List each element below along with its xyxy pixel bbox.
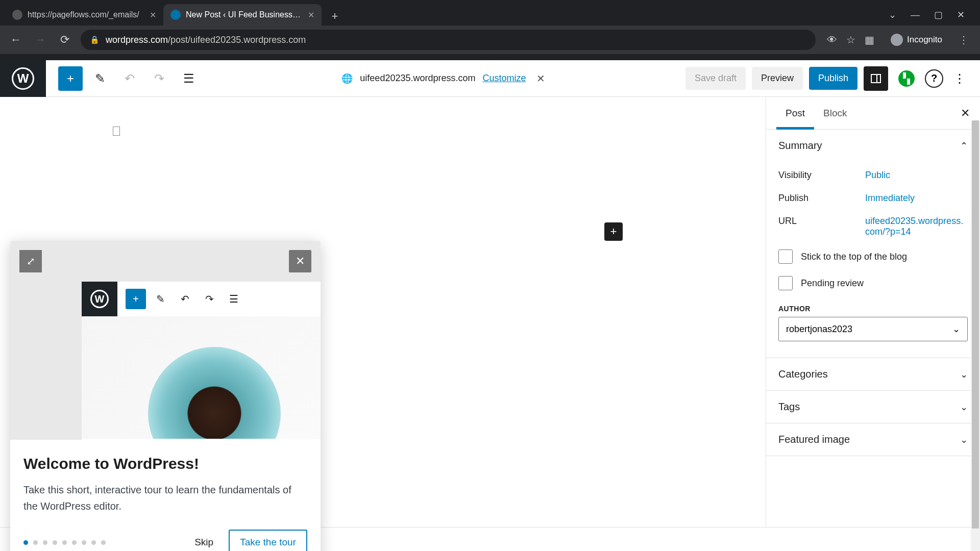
panel-header-categories[interactable]: Categories ⌄ (766, 358, 980, 390)
favicon-icon (12, 10, 22, 20)
pagination-dot[interactable] (72, 540, 77, 545)
illustration-editor: W + ✎ ↶ ↷ ☰ (82, 282, 321, 440)
panel-tags: Tags ⌄ (766, 391, 980, 423)
visibility-value[interactable]: Public (865, 170, 968, 181)
save-draft-button[interactable]: Save draft (685, 67, 746, 90)
pending-checkbox[interactable] (778, 276, 793, 290)
maximize-icon[interactable]: ▢ (934, 9, 943, 20)
more-options-button[interactable]: ⋮ (949, 71, 970, 86)
url-input[interactable]: 🔒 wordpress.com/post/uifeed20235.wordpre… (81, 30, 816, 50)
jetpack-icon (898, 70, 915, 87)
minimize-modal-button[interactable]: ⤢ (19, 250, 42, 272)
undo-button[interactable]: ↶ (117, 66, 142, 91)
add-block-inline-button[interactable]: + (604, 222, 623, 241)
row-publish: Publish Immediately (778, 187, 968, 210)
chevron-down-icon[interactable]: ⌄ (889, 9, 896, 20)
new-tab-button[interactable]: + (326, 7, 344, 26)
more-icon[interactable]: ⋮ (959, 34, 969, 46)
preview-button[interactable]: Preview (752, 67, 803, 90)
globe-icon: 🌐 (341, 73, 353, 84)
welcome-illustration: ⤢ ✕ W + ✎ ↶ ↷ ☰ (10, 241, 321, 440)
redo-button[interactable]: ↷ (147, 66, 172, 91)
row-pending-review: Pending review (778, 270, 968, 296)
svg-rect-0 (871, 74, 880, 83)
add-block-button[interactable]: + (58, 66, 83, 91)
close-icon[interactable]: ✕ (957, 9, 965, 20)
publish-button[interactable]: Publish (809, 67, 857, 90)
panel-featured-image: Featured image ⌄ (766, 423, 980, 456)
extensions-icon[interactable]: ▦ (865, 34, 874, 46)
row-visibility: Visibility Public (778, 164, 968, 187)
jetpack-button[interactable] (894, 66, 919, 91)
panel-title: Categories (778, 368, 828, 380)
welcome-modal: ⤢ ✕ W + ✎ ↶ ↷ ☰ (10, 241, 321, 551)
reload-button[interactable]: ⟳ (56, 31, 74, 48)
tab-block[interactable]: Block (814, 97, 856, 130)
close-icon[interactable]: ✕ (150, 10, 156, 20)
back-button[interactable]: ← (7, 31, 24, 48)
pagination-dot[interactable] (43, 540, 47, 545)
panel-title: Summary (778, 140, 822, 152)
document-overview-button[interactable]: ☰ (177, 66, 201, 91)
settings-sidebar-toggle[interactable] (864, 66, 888, 91)
pagination-dot[interactable] (91, 540, 96, 545)
edit-tool-button[interactable]: ✎ (88, 66, 112, 91)
incognito-badge[interactable]: Incognito (884, 31, 949, 49)
list-icon: ☰ (224, 289, 244, 309)
wordpress-editor: W + ✎ ↶ ↷ ☰ 🌐 uifeed20235.wordpress.com … (0, 60, 980, 551)
panel-summary: Summary ⌃ Visibility Public Publish Imme… (766, 130, 980, 358)
panel-header-tags[interactable]: Tags ⌄ (766, 391, 980, 423)
bookmark-icon[interactable]: ☆ (846, 34, 855, 46)
panel-header-featured-image[interactable]: Featured image ⌄ (766, 423, 980, 456)
label: URL (778, 216, 865, 227)
customize-link[interactable]: Customize (482, 73, 526, 84)
dismiss-icon[interactable]: ✕ (536, 72, 545, 85)
browser-tab-2[interactable]: New Post ‹ UI Feed Business — W ✕ (163, 4, 322, 26)
minimize-icon[interactable]: ― (911, 10, 920, 20)
author-select[interactable]: robertjonas2023 ⌄ (778, 317, 968, 341)
site-domain: uifeed20235.wordpress.com (360, 73, 475, 84)
publish-value[interactable]: Immediately (865, 193, 968, 204)
skip-button[interactable]: Skip (187, 532, 220, 551)
pagination-dot[interactable] (33, 540, 38, 545)
author-value: robertjonas2023 (786, 324, 852, 335)
browser-tab-1[interactable]: https://pageflows.com/_emails/ ✕ (5, 4, 163, 26)
close-icon[interactable]: ✕ (961, 107, 970, 120)
forward-button[interactable]: → (32, 31, 49, 48)
pagination-dot[interactable] (82, 540, 86, 545)
incognito-icon (891, 34, 903, 46)
stick-checkbox[interactable] (778, 249, 793, 264)
take-tour-button[interactable]: Take the tour (229, 530, 307, 551)
pagination-dot[interactable] (62, 540, 67, 545)
panel-categories: Categories ⌄ (766, 358, 980, 391)
toolbar-right: Save draft Preview Publish ? ⋮ (685, 66, 980, 91)
close-modal-button[interactable]: ✕ (289, 250, 311, 272)
tab-post[interactable]: Post (776, 97, 814, 130)
panel-header-summary[interactable]: Summary ⌃ (766, 130, 980, 162)
close-icon[interactable]: ✕ (308, 10, 314, 20)
chevron-up-icon: ⌃ (960, 140, 968, 152)
welcome-content: Welcome to WordPress! Take this short, i… (10, 440, 321, 551)
settings-sidebar: Post Block ✕ Summary ⌃ Visibility Public… (766, 97, 980, 527)
wordpress-logo[interactable]: W (0, 60, 46, 97)
panel-body-summary: Visibility Public Publish Immediately UR… (766, 162, 980, 358)
scrollbar[interactable] (971, 120, 980, 551)
pagination-dot[interactable] (53, 540, 57, 545)
scrollbar-thumb[interactable] (972, 120, 979, 529)
help-button[interactable]: ? (925, 69, 943, 88)
chevron-down-icon: ⌄ (952, 323, 960, 335)
address-bar-actions: 👁 ☆ ▦ Incognito ⋮ (823, 31, 973, 49)
url-value[interactable]: uifeed20235.wordpress.com/?p=14 (865, 216, 968, 237)
pagination-dot[interactable] (23, 540, 28, 545)
welcome-text: Take this short, interactive tour to lea… (23, 482, 307, 514)
label: Publish (778, 193, 865, 204)
redo-icon: ↷ (199, 289, 219, 309)
welcome-title: Welcome to WordPress! (23, 455, 307, 472)
wordpress-icon: W (12, 67, 34, 90)
wordpress-logo: W (82, 282, 117, 316)
pagination-dot[interactable] (101, 540, 106, 545)
panel-title: Featured image (778, 434, 850, 445)
editor-header: W + ✎ ↶ ↷ ☰ 🌐 uifeed20235.wordpress.com … (0, 60, 980, 97)
chevron-down-icon: ⌄ (960, 402, 968, 413)
eye-off-icon[interactable]: 👁 (827, 34, 837, 46)
